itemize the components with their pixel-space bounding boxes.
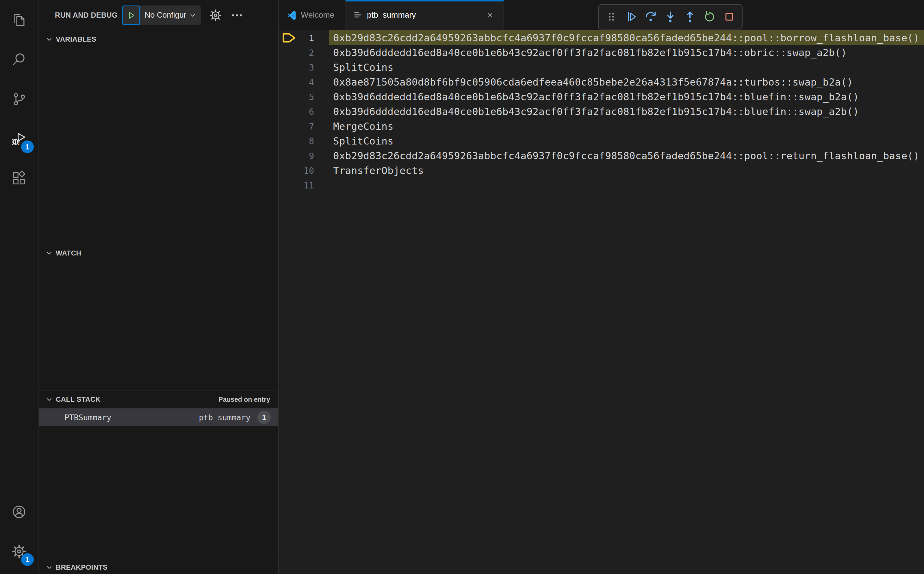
watch-section-label: WATCH [56, 249, 81, 257]
toolbar-drag-handle[interactable] [601, 6, 621, 28]
activity-item-search[interactable] [0, 39, 38, 79]
chevron-down-icon [189, 11, 197, 19]
stop-icon [723, 10, 736, 24]
variables-section-header[interactable]: VARIABLES [39, 30, 278, 48]
code-line-text: SplitCoins [333, 135, 394, 147]
activity-item-accounts[interactable] [0, 492, 38, 531]
play-icon [126, 10, 136, 20]
code-line[interactable]: 60xb39d6dddedd16ed8a40ce0b1e6b43c92acf0f… [279, 104, 924, 119]
debug-config-dropdown[interactable]: No Configur [139, 5, 201, 25]
debug-start-control: No Configur [122, 5, 201, 25]
editor[interactable]: 10xb29d83c26cdd2a64959263abbcfc4a6937f0c… [279, 30, 924, 574]
pause-reason-status: Paused on entry [219, 396, 270, 404]
step-into-button[interactable] [661, 6, 680, 28]
chevron-down-icon [45, 249, 54, 257]
step-out-icon [683, 10, 697, 24]
code-line-text: 0xb29d83c26cdd2a64959263abbcfc4a6937f0c9… [333, 150, 919, 162]
ellipsis-icon [230, 9, 244, 22]
close-icon [486, 11, 495, 19]
search-icon [11, 52, 27, 67]
call-stack-section-header[interactable]: CALL STACK Paused on entry [39, 391, 278, 408]
line-number: 4 [279, 77, 314, 87]
debug-toolbar [598, 4, 743, 30]
source-control-icon [11, 91, 27, 107]
activity-item-explorer[interactable] [0, 0, 38, 39]
tab-welcome-label: Welcome [301, 10, 334, 20]
line-number: 3 [279, 62, 314, 72]
tab-welcome[interactable]: Welcome [279, 0, 346, 30]
code-line-text: 0xb39d6dddedd16ed8a40ce0b1e6b43c92acf0ff… [333, 91, 859, 102]
panel-title: RUN AND DEBUG [55, 11, 118, 19]
code-line-text: TransferObjects [333, 165, 424, 176]
close-tab-button[interactable] [484, 9, 496, 21]
start-debugging-button[interactable] [122, 5, 140, 25]
line-number: 5 [279, 91, 314, 102]
restart-icon [703, 10, 716, 24]
line-number: 7 [279, 121, 314, 131]
watch-section-header[interactable]: WATCH [39, 244, 278, 262]
line-number: 6 [279, 106, 314, 117]
vscode-window: 1 [0, 0, 924, 574]
tab-ptb-summary[interactable]: ptb_summary [346, 0, 504, 30]
step-out-button[interactable] [680, 6, 700, 28]
run-and-debug-sidebar: RUN AND DEBUG No Configur [39, 0, 279, 574]
code-line-text: 0xb39d6dddedd16ed8a40ce0b1e6b43c92acf0ff… [333, 106, 859, 117]
activity-item-source-control[interactable] [0, 79, 38, 119]
files-icon [11, 12, 27, 28]
code-line-text: 0x8ae871505a80d8bf6bf9c05906cda6edfeea46… [333, 76, 853, 88]
step-over-icon [644, 10, 657, 24]
account-icon [11, 504, 27, 520]
code-line[interactable]: 40x8ae871505a80d8bf6bf9c05906cda6edfeea4… [279, 74, 924, 89]
activity-bar-bottom: 1 [0, 492, 38, 574]
breakpoints-section: BREAKPOINTS [39, 558, 278, 574]
views-more-actions-button[interactable] [230, 9, 244, 22]
code-line[interactable]: 90xb29d83c26cdd2a64959263abbcfc4a6937f0c… [279, 148, 924, 163]
code-line[interactable]: 8SplitCoins [279, 134, 924, 148]
editor-group: Welcome ptb_summary [279, 0, 924, 574]
code-line[interactable]: 10TransferObjects [279, 163, 924, 178]
step-into-icon [664, 10, 677, 24]
extensions-icon [11, 170, 27, 186]
code-line[interactable]: 11 [279, 178, 924, 192]
step-over-button[interactable] [641, 6, 661, 28]
chevron-down-icon [45, 563, 54, 572]
call-stack-section-label: CALL STACK [56, 395, 101, 404]
code-area: 10xb29d83c26cdd2a64959263abbcfc4a6937f0c… [279, 30, 924, 192]
continue-button[interactable] [621, 6, 641, 28]
settings-count-badge: 1 [21, 553, 34, 566]
chevron-down-icon [45, 35, 54, 44]
variables-section: VARIABLES [39, 30, 278, 244]
chevron-down-icon [45, 395, 54, 404]
breakpoints-section-header[interactable]: BREAKPOINTS [39, 558, 278, 574]
frame-badge: 1 [257, 411, 271, 424]
debug-config-dropdown-label: No Configur [145, 11, 186, 20]
activity-item-run-and-debug[interactable]: 1 [0, 119, 38, 158]
frame-name: PTBSummary [65, 413, 112, 422]
stop-button[interactable] [719, 6, 739, 28]
watch-section: WATCH [39, 244, 278, 390]
list-file-icon [353, 10, 363, 20]
breakpoints-section-label: BREAKPOINTS [56, 563, 107, 571]
code-line-text: SplitCoins [333, 62, 394, 73]
variables-section-label: VARIABLES [56, 35, 96, 43]
activity-bar: 1 [0, 0, 38, 574]
debug-settings-button[interactable] [209, 9, 222, 22]
continue-icon [624, 10, 638, 24]
line-number: 2 [279, 47, 314, 58]
sidebar-header: RUN AND DEBUG No Configur [39, 0, 278, 30]
activity-item-settings[interactable]: 1 [0, 531, 38, 571]
code-line[interactable]: 20xb39d6dddedd16ed8a40ce0b1e6b43c92acf0f… [279, 45, 924, 60]
activity-item-extensions[interactable] [0, 158, 38, 198]
line-number: 8 [279, 136, 314, 146]
code-line[interactable]: 7MergeCoins [279, 119, 924, 134]
code-line[interactable]: 3SplitCoins [279, 60, 924, 74]
line-number: 11 [279, 180, 314, 190]
code-line-text: 0xb29d83c26cdd2a64959263abbcfc4a6937f0c9… [333, 32, 919, 44]
call-stack-frame[interactable]: PTBSummary ptb_summary 1 [39, 408, 278, 426]
frame-source: ptb_summary [199, 413, 250, 422]
code-line[interactable]: 50xb39d6dddedd16ed8a40ce0b1e6b43c92acf0f… [279, 89, 924, 104]
restart-button[interactable] [700, 6, 719, 28]
vscode-logo-icon [286, 10, 297, 20]
code-line-text: 0xb39d6dddedd16ed8a40ce0b1e6b43c92acf0ff… [333, 47, 847, 58]
code-line[interactable]: 10xb29d83c26cdd2a64959263abbcfc4a6937f0c… [279, 30, 924, 45]
